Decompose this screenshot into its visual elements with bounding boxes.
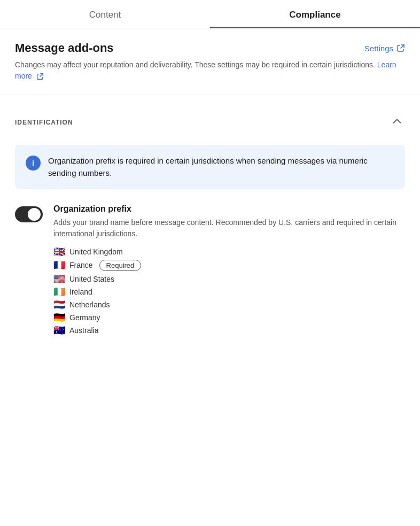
list-item: 🇦🇺 Australia bbox=[53, 326, 405, 335]
country-name-france: France bbox=[69, 261, 93, 269]
flag-france: 🇫🇷 bbox=[53, 260, 65, 270]
main-content: Message add-ons Settings Changes may aff… bbox=[0, 28, 420, 348]
country-name-australia: Australia bbox=[69, 326, 98, 335]
flag-germany: 🇩🇪 bbox=[53, 313, 65, 322]
flag-uk: 🇬🇧 bbox=[53, 247, 65, 257]
identification-label: IDENTIFICATION bbox=[15, 119, 73, 126]
identification-collapse-button[interactable] bbox=[389, 113, 405, 131]
organization-prefix-row: Organization prefix Adds your brand name… bbox=[15, 204, 405, 335]
settings-link[interactable]: Settings bbox=[364, 44, 405, 53]
flag-australia: 🇦🇺 bbox=[53, 326, 65, 335]
country-name-ireland: Ireland bbox=[69, 288, 92, 296]
flag-us: 🇺🇸 bbox=[53, 274, 65, 284]
list-item: 🇺🇸 United States bbox=[53, 274, 405, 284]
country-list: 🇬🇧 United Kingdom 🇫🇷 France Required 🇺🇸 … bbox=[53, 247, 405, 335]
chevron-up-icon bbox=[391, 115, 403, 127]
list-item: 🇳🇱 Netherlands bbox=[53, 300, 405, 310]
tab-content[interactable]: Content bbox=[0, 0, 210, 28]
required-badge: Required bbox=[99, 260, 142, 271]
tab-bar: Content Compliance bbox=[0, 0, 420, 28]
identification-section-header: IDENTIFICATION bbox=[15, 108, 405, 136]
page-description: Changes may affect your reputation and d… bbox=[15, 59, 405, 82]
list-item: 🇬🇧 United Kingdom bbox=[53, 247, 405, 257]
organization-prefix-toggle[interactable] bbox=[15, 206, 43, 222]
country-name-us: United States bbox=[69, 275, 114, 283]
message-addons-header: Message add-ons Settings bbox=[15, 41, 405, 55]
external-link-icon bbox=[396, 44, 405, 52]
learn-more-external-icon bbox=[36, 73, 44, 80]
info-box-text: Organization prefix is required in certa… bbox=[48, 154, 394, 180]
info-icon: i bbox=[26, 156, 41, 171]
section-divider bbox=[0, 95, 420, 95]
organization-prefix-title: Organization prefix bbox=[53, 204, 405, 214]
tab-compliance[interactable]: Compliance bbox=[210, 0, 420, 28]
organization-prefix-description: Adds your brand name before message cont… bbox=[53, 217, 405, 239]
list-item: 🇮🇪 Ireland bbox=[53, 287, 405, 297]
page-title: Message add-ons bbox=[15, 41, 114, 55]
list-item: 🇫🇷 France Required bbox=[53, 260, 405, 271]
info-box: i Organization prefix is required in cer… bbox=[15, 145, 405, 189]
list-item: 🇩🇪 Germany bbox=[53, 313, 405, 322]
flag-ireland: 🇮🇪 bbox=[53, 287, 65, 297]
flag-netherlands: 🇳🇱 bbox=[53, 300, 65, 310]
country-name-uk: United Kingdom bbox=[69, 247, 123, 256]
country-name-germany: Germany bbox=[69, 313, 100, 322]
organization-prefix-content: Organization prefix Adds your brand name… bbox=[53, 204, 405, 335]
country-name-netherlands: Netherlands bbox=[69, 300, 110, 309]
